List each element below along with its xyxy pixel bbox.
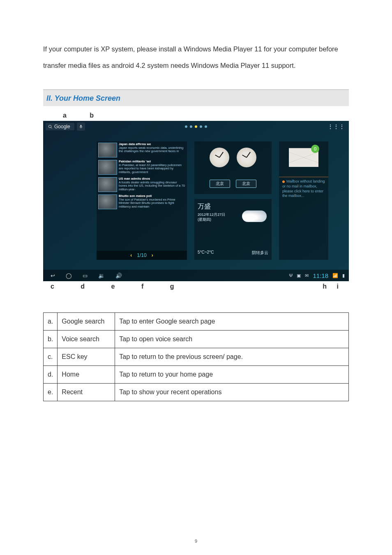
news-thumbnail	[98, 160, 117, 175]
table-row: c. ESC key Tap to return to the previous…	[44, 348, 349, 366]
top-annotation-labels: a b	[43, 110, 349, 121]
mail-status-message: Mailbox without landing or no mail in ma…	[282, 179, 325, 199]
news-body: A fossils dealer admits smuggling dinosa…	[119, 180, 185, 191]
legend-desc: Tap to return to the previous screen/ pa…	[115, 348, 349, 366]
svg-point-0	[48, 125, 51, 127]
legend-key: a.	[44, 313, 58, 331]
city-buttons-row: 北京 北京	[210, 180, 256, 188]
wifi-icon: 📶	[332, 273, 338, 278]
legend-desc: Tap to show your recent operations	[115, 384, 349, 401]
home-screen-screenshot: Google ⋮⋮⋮ Japan data affirms weJapan re…	[43, 121, 349, 281]
news-text: US man admits dinosA fossils dealer admi…	[119, 177, 185, 192]
legend-name: Home	[58, 366, 115, 384]
middle-widget-column: 北京 北京 万盛 2012年12月27日(星期四) 5°C~2°C 阴转多云	[194, 141, 272, 260]
news-thumbnail	[98, 143, 117, 157]
apps-drawer-button[interactable]: ⋮⋮⋮	[327, 123, 345, 130]
clock-face	[237, 148, 256, 167]
weather-widget[interactable]: 万盛 2012年12月27日(星期四) 5°C~2°C 阴转多云	[194, 199, 272, 260]
screenshot-topbar: Google ⋮⋮⋮	[43, 121, 349, 132]
legend-name: Voice search	[58, 331, 115, 348]
mail-widget[interactable]: 0 Mailbox without landing or no mail in …	[279, 141, 328, 260]
city-button[interactable]: 北京	[210, 180, 230, 188]
legend-key: d.	[44, 366, 58, 384]
table-row: a. Google search Tap to enter Google sea…	[44, 313, 349, 331]
status-tray[interactable]: Ψ ▣ ✉ 11:18 📶 ▮	[289, 272, 345, 279]
table-row: b. Voice search Tap to open voice search	[44, 331, 349, 348]
intro-paragraph: If your computer is XP system, please in…	[43, 41, 349, 89]
news-item[interactable]: US man admits dinosA fossils dealer admi…	[97, 176, 187, 193]
widgets-row: Japan data affirms weJapan reports weak …	[97, 141, 328, 260]
back-button[interactable]: ↩	[51, 273, 55, 279]
legend-key: b.	[44, 331, 58, 348]
news-prev-button[interactable]: ‹	[130, 252, 132, 258]
recent-apps-button[interactable]: ▭	[83, 273, 88, 279]
news-next-button[interactable]: ›	[152, 252, 153, 258]
news-pager-count: 1/10	[137, 252, 146, 258]
news-body: In Pakistan, at least 22 paramilitary po…	[119, 163, 182, 174]
page-dot	[190, 125, 192, 128]
svg-line-1	[51, 127, 52, 129]
home-button[interactable]: ◯	[66, 273, 72, 279]
news-thumbnail	[98, 194, 117, 209]
news-widget[interactable]: Japan data affirms weJapan reports weak …	[97, 141, 187, 260]
weather-condition: 阴转多云	[252, 250, 268, 256]
news-pager: ‹ 1/10 ›	[97, 251, 187, 260]
search-icon	[48, 125, 53, 129]
notification-icon: ✉	[305, 273, 309, 278]
clock-face	[210, 148, 229, 167]
news-item[interactable]: Bhutto son makes poliThe son of Pakistan…	[97, 193, 187, 210]
page-dot	[185, 125, 187, 128]
legend-name: Google search	[58, 313, 115, 331]
nav-buttons: ↩ ◯ ▭ 🔉 🔊	[51, 273, 122, 279]
mail-separator	[279, 177, 328, 177]
news-thumbnail	[98, 177, 117, 192]
battery-icon: ▮	[342, 273, 345, 278]
legend-name: Recent	[58, 384, 115, 401]
page-dot-active	[195, 125, 197, 128]
news-text: Bhutto son makes poliThe son of Pakistan…	[119, 194, 185, 209]
table-row: e. Recent Tap to show your recent operat…	[44, 384, 349, 401]
world-clock-widget[interactable]: 北京 北京	[194, 141, 272, 194]
news-body: The son of Pakistan's murdered ex-Prime …	[119, 198, 175, 208]
apps-icon: ⋮⋮⋮	[327, 123, 345, 130]
weather-location: 万盛	[198, 202, 268, 211]
google-search-label: Google	[54, 124, 70, 130]
mic-icon	[79, 124, 83, 129]
clock-time: 11:18	[313, 272, 328, 279]
volume-up-button[interactable]: 🔊	[115, 273, 122, 279]
page-dot	[205, 125, 207, 128]
volume-down-button[interactable]: 🔉	[98, 273, 105, 279]
legend-key: e.	[44, 384, 58, 401]
city-button[interactable]: 北京	[236, 180, 256, 188]
bottom-annotation-labels: c d e f g	[43, 281, 349, 290]
weather-cloud-icon	[242, 210, 267, 222]
bottom-right-annotation-labels: h i	[323, 283, 343, 290]
legend-desc: Tap to enter Google search page	[115, 313, 349, 331]
screenshot-icon: ▣	[297, 273, 301, 278]
table-row: d. Home Tap to return to your home page	[44, 366, 349, 384]
legend-key: c.	[44, 348, 58, 366]
usb-icon: Ψ	[289, 273, 293, 278]
status-dot-icon	[282, 180, 285, 183]
weather-bottom-row: 5°C~2°C 阴转多云	[198, 250, 268, 256]
page-dot	[200, 125, 202, 128]
clock-faces-row	[210, 148, 256, 167]
google-search-pill[interactable]: Google	[46, 123, 74, 130]
legend-desc: Tap to return to your home page	[115, 366, 349, 384]
news-body: Japan reports weak economic data, underl…	[119, 146, 183, 153]
label-a: a	[63, 112, 67, 119]
news-item[interactable]: Japan data affirms weJapan reports weak …	[97, 141, 187, 159]
page-number: 9	[195, 539, 197, 543]
section-title: II. Your Home Screen	[46, 94, 120, 102]
section-header: II. Your Home Screen	[43, 89, 349, 106]
system-bar: ↩ ◯ ▭ 🔉 🔊 Ψ ▣ ✉ 11:18 📶 ▮	[43, 270, 349, 281]
legend-table: a. Google search Tap to enter Google sea…	[43, 312, 349, 401]
weather-temp: 5°C~2°C	[198, 250, 214, 256]
label-b: b	[90, 112, 94, 119]
news-text: Pakistan militants 'seiIn Pakistan, at l…	[119, 160, 185, 175]
voice-search-button[interactable]	[77, 123, 85, 131]
news-text: Japan data affirms weJapan reports weak …	[119, 143, 185, 157]
svg-rect-2	[80, 125, 81, 127]
news-item[interactable]: Pakistan militants 'seiIn Pakistan, at l…	[97, 159, 187, 176]
legend-desc: Tap to open voice search	[115, 331, 349, 348]
